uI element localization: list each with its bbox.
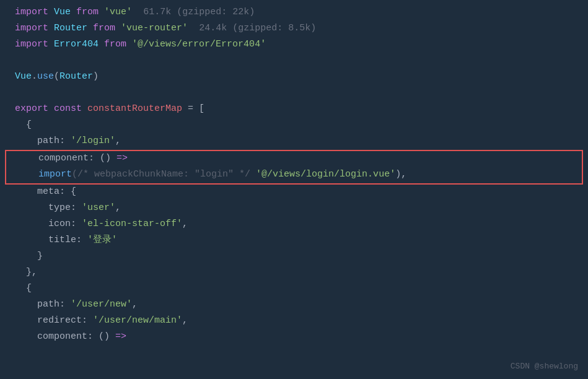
code-line-blank-1 — [0, 53, 588, 69]
keyword-const: const — [54, 102, 82, 116]
highlight-region: component : () => import (/* webpackChun… — [5, 150, 583, 185]
key-type: type — [48, 201, 71, 216]
string-error404: '@/views/error/Error404' — [132, 37, 266, 52]
comment-webpack: (/* webpackChunkName: "login" */ — [72, 167, 256, 182]
size-info-vue: 61.7k (gzipped: 22k) — [143, 5, 255, 20]
code-line-type: type : 'user' , — [0, 201, 588, 217]
watermark: CSDN @shewlong — [511, 359, 578, 374]
code-line-1: import Vue from 'vue' 61.7k (gzipped: 22… — [0, 5, 588, 21]
code-line-second-obj: { — [0, 281, 588, 297]
string-router: 'vue-router' — [121, 21, 188, 36]
code-editor: import Vue from 'vue' 61.7k (gzipped: 22… — [0, 0, 588, 351]
keyword-import-3: import — [15, 37, 48, 52]
keyword-import-2: import — [15, 21, 48, 36]
identifier-router: Router — [54, 21, 87, 36]
keyword-from-3: from — [104, 37, 126, 52]
val-login-path: '@/views/login/login.vue' — [256, 167, 395, 182]
arrow-component-2: => — [115, 329, 126, 344]
keyword-from-2: from — [93, 21, 115, 36]
code-line-component: component : () => — [6, 151, 582, 167]
arrow-component: => — [116, 151, 128, 166]
key-meta: meta — [37, 185, 59, 199]
key-title: title — [48, 233, 76, 248]
key-path-user: path — [37, 297, 59, 312]
code-line-import: import (/* webpackChunkName: "login" */ … — [6, 167, 582, 183]
key-redirect: redirect — [37, 313, 82, 328]
identifier-error404: Error404 — [54, 37, 99, 52]
keyword-export: export — [15, 102, 48, 116]
code-line-open-brace: { — [0, 118, 588, 134]
val-icon: 'el-icon-star-off' — [82, 217, 182, 232]
keyword-from: from — [76, 5, 99, 20]
val-title-chinese: '登录' — [87, 233, 117, 248]
fn-import: import — [38, 167, 72, 182]
code-line-icon: icon : 'el-icon-star-off' , — [0, 217, 588, 233]
code-line-path-user: path : '/user/new' , — [0, 297, 588, 313]
key-component: component — [38, 151, 89, 166]
code-line-close-meta: } — [0, 249, 588, 265]
code-line-2: import Router from 'vue-router' 24.4k (g… — [0, 21, 588, 37]
code-line-blank-2 — [0, 85, 588, 102]
code-line-export: export const constantRouterMap = [ — [0, 102, 588, 118]
key-icon: icon — [48, 217, 71, 232]
val-path-user: '/user/new' — [71, 297, 132, 312]
identifier-vue: Vue — [54, 5, 71, 20]
key-path: path — [37, 134, 59, 149]
keyword-import: import — [15, 5, 48, 20]
val-path: '/login' — [71, 134, 115, 149]
val-redirect: '/user/new/main' — [93, 313, 182, 328]
code-line-meta: meta : { — [0, 185, 588, 201]
identifier-vue-use: Vue — [15, 69, 32, 84]
code-line-vue-use: Vue . use ( Router ) — [0, 69, 588, 85]
string-vue: 'vue' — [104, 5, 132, 20]
key-component-2: component — [37, 329, 87, 344]
identifier-router-arg: Router — [59, 69, 93, 84]
code-line-close-obj: }, — [0, 265, 588, 281]
code-line-3: import Error404 from '@/views/error/Erro… — [0, 37, 588, 53]
size-info-router: 24.4k (gzipped: 8.5k) — [199, 21, 316, 36]
code-line-component-2: component : () => — [0, 329, 588, 346]
var-constant-router-map: constantRouterMap — [87, 102, 182, 116]
code-line-title: title : '登录' — [0, 233, 588, 249]
method-use: use — [37, 69, 54, 84]
code-line-path: path : '/login' , — [0, 134, 588, 150]
code-line-redirect: redirect : '/user/new/main' , — [0, 313, 588, 329]
val-type: 'user' — [82, 201, 115, 216]
